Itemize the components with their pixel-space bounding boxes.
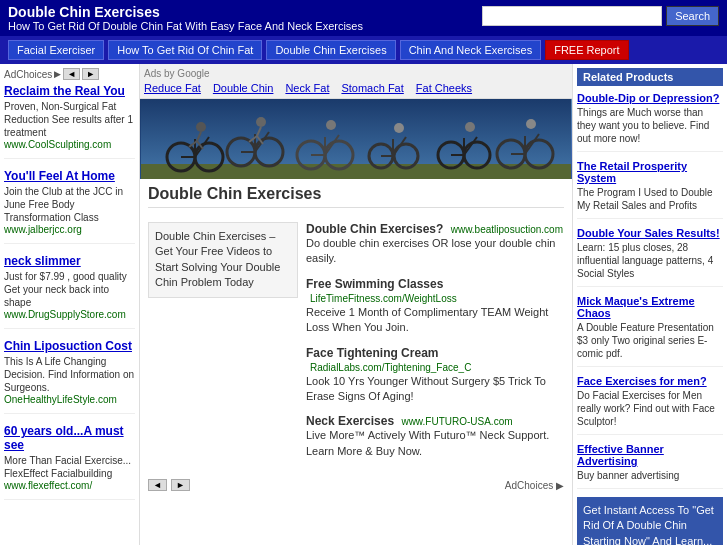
related-item-0: Double-Dip or Depression? Things are Muc… <box>577 92 723 152</box>
related-item-5: Effective Banner Advertising Buy banner … <box>577 443 723 489</box>
content-item-3-title: Neck Exercises www.FUTURO-USA.com <box>306 414 564 428</box>
search-input[interactable] <box>482 6 662 26</box>
related-item-1-title[interactable]: The Retail Prosperity System <box>577 160 723 184</box>
sidebar-ad-3: Chin Liposuction Cost This Is A Life Cha… <box>4 339 135 414</box>
right-sidebar: Related Products Double-Dip or Depressio… <box>572 64 727 545</box>
main-layout: AdChoices ▶ ◄ ► Reclaim the Real You Pro… <box>0 64 727 545</box>
ad-link-4[interactable]: Fat Cheeks <box>416 82 472 94</box>
sidebar-ad-2: neck slimmer Just for $7.99 , good quali… <box>4 254 135 329</box>
left-sidebar: AdChoices ▶ ◄ ► Reclaim the Real You Pro… <box>0 64 140 545</box>
ad-choices-icon: ▶ <box>54 69 61 79</box>
hero-image <box>140 99 572 179</box>
related-header: Related Products <box>577 68 723 86</box>
content-next-button[interactable]: ► <box>171 479 190 491</box>
related-item-0-title[interactable]: Double-Dip or Depression? <box>577 92 723 104</box>
sidebar-ad-4: 60 years old...A must see More Than Faci… <box>4 424 135 500</box>
sidebar-ad-1-title[interactable]: You'll Feel At Home <box>4 169 135 183</box>
sidebar-ad-2-text: Just for $7.99 , good quality Get your n… <box>4 270 135 309</box>
related-item-2: Double Your Sales Results! Learn: 15 plu… <box>577 227 723 287</box>
sidebar-ad-1-text: Join the Club at the JCC in June Free Bo… <box>4 185 135 224</box>
svg-point-8 <box>196 122 206 132</box>
content-item-0-text: Do double chin exercises OR lose your do… <box>306 236 564 267</box>
related-item-3-title[interactable]: Mick Maque's Extreme Chaos <box>577 295 723 319</box>
related-item-5-title[interactable]: Effective Banner Advertising <box>577 443 723 467</box>
nav-facial-exerciser[interactable]: Facial Exerciser <box>8 40 104 60</box>
related-item-1-text: The Program I Used to Double My Retail S… <box>577 186 723 212</box>
sidebar-ad-2-url[interactable]: www.DrugSupplyStore.com <box>4 309 135 320</box>
sidebar-ad-4-text: More Than Facial Exercise... FlexEffect … <box>4 454 135 480</box>
svg-point-17 <box>256 117 266 127</box>
content-item-0-title: Double Chin Exercises? www.beatliposucti… <box>306 222 564 236</box>
content-main-title: Double Chin Exercises <box>148 185 564 208</box>
hero-svg <box>140 99 572 179</box>
center-content: Ads by Google Reduce Fat Double Chin Nec… <box>140 64 572 545</box>
site-title: Double Chin Exercises <box>8 4 363 20</box>
content-item-3-text: Live More™ Actively With Futuro™ Neck Su… <box>306 428 564 459</box>
related-item-5-text: Buy banner advertising <box>577 469 723 482</box>
content-item-1: Free Swimming Classes LifeTimeFitness.co… <box>306 277 564 336</box>
content-item-3-url[interactable]: www.FUTURO-USA.com <box>401 416 512 427</box>
related-item-2-title[interactable]: Double Your Sales Results! <box>577 227 723 239</box>
svg-point-44 <box>526 119 536 129</box>
sidebar-ad-0-title[interactable]: Reclaim the Real You <box>4 84 135 98</box>
content-item-2-url[interactable]: RadialLabs.com/Tightening_Face_C <box>310 362 471 373</box>
sidebar-ad-3-url[interactable]: OneHealthyLifeStyle.com <box>4 394 135 405</box>
svg-point-38 <box>465 122 475 132</box>
site-subtitle: How To Get Rid Of Double Chin Fat With E… <box>8 20 363 32</box>
promo-box-text: Double Chin Exercises – Get Your Free Vi… <box>148 222 298 298</box>
ad-banner-area: Ads by Google Reduce Fat Double Chin Nec… <box>140 64 572 99</box>
content-item-0: Double Chin Exercises? www.beatliposucti… <box>306 222 564 267</box>
related-item-4-text: Do Facial Exercises for Men really work?… <box>577 389 723 428</box>
related-item-3-text: A Double Feature Presentation $3 only Tw… <box>577 321 723 360</box>
nav-rid-chin-fat[interactable]: How To Get Rid Of Chin Fat <box>108 40 262 60</box>
sidebar-ad-2-title[interactable]: neck slimmer <box>4 254 135 268</box>
content-main-title-bar: Double Chin Exercises <box>140 179 572 216</box>
ad-choices-label: AdChoices <box>4 69 52 80</box>
ad-links-row: Reduce Fat Double Chin Neck Fat Stomach … <box>144 80 568 96</box>
svg-point-32 <box>394 123 404 133</box>
search-area: Search <box>482 6 719 26</box>
nav-free-report[interactable]: FREE Report <box>545 40 628 60</box>
related-item-0-text: Things are Much worse than they want you… <box>577 106 723 145</box>
search-button[interactable]: Search <box>666 6 719 26</box>
related-item-1: The Retail Prosperity System The Program… <box>577 160 723 219</box>
content-item-0-url[interactable]: www.beatliposuction.com <box>451 224 563 235</box>
content-item-3: Neck Exercises www.FUTURO-USA.com Live M… <box>306 414 564 459</box>
content-item-1-title: Free Swimming Classes LifeTimeFitness.co… <box>306 277 564 305</box>
adchoices-right-label: AdChoices ▶ <box>505 480 564 491</box>
ad-choices-bar: AdChoices ▶ ◄ ► <box>4 68 135 80</box>
sidebar-ad-0-text: Proven, Non-Surgical Fat Reduction See r… <box>4 100 135 139</box>
navbar: Facial Exerciser How To Get Rid Of Chin … <box>0 36 727 64</box>
content-bottom-nav: ◄ ► AdChoices ▶ <box>140 475 572 495</box>
related-item-4-title[interactable]: Face Exercises for men? <box>577 375 723 387</box>
content-item-1-text: Receive 1 Month of Complimentary TEAM We… <box>306 305 564 336</box>
ads-by-google-label: Ads by Google <box>144 68 210 79</box>
promo-banner-1[interactable]: Get Instant Access To "Get Rid Of A Doub… <box>577 497 723 545</box>
sidebar-ad-0: Reclaim the Real You Proven, Non-Surgica… <box>4 84 135 159</box>
sidebar-ad-4-url[interactable]: www.flexeffect.com/ <box>4 480 135 491</box>
ad-link-1[interactable]: Double Chin <box>213 82 274 94</box>
ad-link-0[interactable]: Reduce Fat <box>144 82 201 94</box>
header: Double Chin Exercises How To Get Rid Of … <box>0 0 727 36</box>
ad-link-3[interactable]: Stomach Fat <box>341 82 403 94</box>
content-item-1-url[interactable]: LifeTimeFitness.com/WeightLoss <box>310 293 457 304</box>
ad-next-button[interactable]: ► <box>82 68 99 80</box>
content-item-2-title: Face Tightening Cream RadialLabs.com/Tig… <box>306 346 564 374</box>
content-promo-box: Double Chin Exercises – Get Your Free Vi… <box>148 222 298 469</box>
ad-link-2[interactable]: Neck Fat <box>285 82 329 94</box>
sidebar-ad-1: You'll Feel At Home Join the Club at the… <box>4 169 135 244</box>
ad-prev-button[interactable]: ◄ <box>63 68 80 80</box>
sidebar-ad-1-url[interactable]: www.jalberjcc.org <box>4 224 135 235</box>
content-prev-button[interactable]: ◄ <box>148 479 167 491</box>
sidebar-ad-3-text: This Is A Life Changing Decision. Find I… <box>4 355 135 394</box>
nav-double-chin[interactable]: Double Chin Exercises <box>266 40 395 60</box>
nav-chin-neck[interactable]: Chin And Neck Exercises <box>400 40 542 60</box>
sidebar-ad-3-title[interactable]: Chin Liposuction Cost <box>4 339 135 353</box>
related-item-4: Face Exercises for men? Do Facial Exerci… <box>577 375 723 435</box>
content-item-2-text: Look 10 Yrs Younger Without Surgery $5 T… <box>306 374 564 405</box>
sidebar-ad-4-title[interactable]: 60 years old...A must see <box>4 424 135 452</box>
related-item-3: Mick Maque's Extreme Chaos A Double Feat… <box>577 295 723 367</box>
content-area: Double Chin Exercises – Get Your Free Vi… <box>140 216 572 475</box>
related-item-2-text: Learn: 15 plus closes, 28 influential la… <box>577 241 723 280</box>
sidebar-ad-0-url[interactable]: www.CoolSculpting.com <box>4 139 135 150</box>
